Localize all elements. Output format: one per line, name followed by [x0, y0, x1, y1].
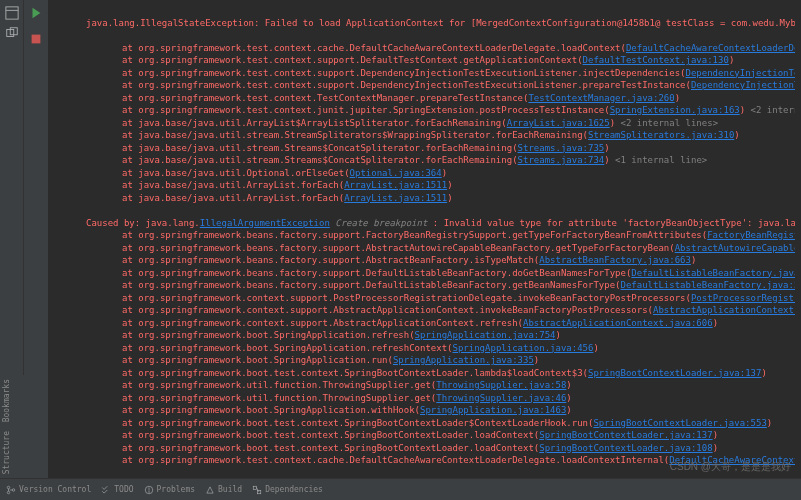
source-link[interactable]: AbstractApplicationContext.java:788 — [653, 305, 795, 315]
create-breakpoint[interactable]: Create breakpoint — [330, 218, 433, 228]
problems-icon — [144, 485, 154, 495]
todo-icon — [101, 485, 111, 495]
stack-frame: at org.springframework.boot.test.context… — [86, 429, 795, 442]
stack-frame: at java.base/java.util.ArrayList.forEach… — [86, 192, 795, 205]
source-link[interactable]: SpringApplication.java:754 — [415, 330, 556, 340]
source-link[interactable]: AbstractApplicationContext.java:606 — [523, 318, 713, 328]
source-link[interactable]: ThrowingSupplier.java:46 — [436, 393, 566, 403]
play-icon[interactable] — [29, 6, 43, 20]
source-link[interactable]: PostProcessorRegistrationDelegate.java:1… — [691, 293, 795, 303]
caused-by-line: Caused by: java.lang.IllegalArgumentExce… — [86, 218, 795, 228]
watermark: CSDN @大哥，是是是我好 — [670, 460, 791, 474]
status-bar: Version Control TODO Problems Build Depe… — [0, 478, 801, 500]
source-link[interactable]: Streams.java:734 — [518, 155, 605, 165]
source-link[interactable]: ArrayList.java:1625 — [507, 118, 610, 128]
stack-frame: at java.base/java.util.ArrayList.forEach… — [86, 179, 795, 192]
stack-frame: at org.springframework.util.function.Thr… — [86, 392, 795, 405]
tab-bookmarks[interactable]: Bookmarks — [0, 375, 13, 426]
stack-frame: at java.base/java.util.ArrayList$ArrayLi… — [86, 117, 795, 130]
source-link[interactable]: Optional.java:364 — [350, 168, 442, 178]
source-link[interactable]: AbstractBeanFactory.java:663 — [539, 255, 691, 265]
svg-rect-0 — [5, 7, 17, 19]
restore-icon[interactable] — [5, 26, 19, 40]
source-link[interactable]: AbstractAutowireCapableBeanFactory.java:… — [675, 243, 795, 253]
layout-icon[interactable] — [5, 6, 19, 20]
status-problems[interactable]: Problems — [144, 485, 196, 495]
build-icon — [205, 485, 215, 495]
status-label: Version Control — [19, 485, 91, 494]
source-link[interactable]: ArrayList.java:1511 — [344, 180, 447, 190]
git-icon — [6, 485, 16, 495]
stack-frame: at org.springframework.boot.SpringApplic… — [86, 404, 795, 417]
console-output[interactable]: java.lang.IllegalStateException: Failed … — [86, 4, 795, 469]
svg-point-5 — [7, 486, 10, 489]
source-link[interactable]: SpringBootContextLoader.java:108 — [539, 443, 712, 453]
stack-frame: at java.base/java.util.stream.Streams$Co… — [86, 154, 795, 167]
source-link[interactable]: DependencyInjectionTestExecutionListener… — [686, 68, 795, 78]
stop-icon[interactable] — [29, 32, 43, 46]
status-build[interactable]: Build — [205, 485, 242, 495]
stack-frame: at java.base/java.util.stream.StreamSpli… — [86, 129, 795, 142]
exception-header: java.lang.IllegalStateException: Failed … — [86, 18, 795, 28]
status-version-control[interactable]: Version Control — [6, 485, 91, 495]
stack-frame: at java.base/java.util.Optional.orElseGe… — [86, 167, 795, 180]
stack-frame: at org.springframework.boot.SpringApplic… — [86, 354, 795, 367]
stack-frame: at org.springframework.context.support.P… — [86, 292, 795, 305]
source-link[interactable]: SpringBootContextLoader.java:137 — [588, 368, 761, 378]
source-link[interactable]: SpringBootContextLoader.java:137 — [539, 430, 712, 440]
status-label: Dependencies — [265, 485, 323, 494]
source-link[interactable]: SpringApplication.java:1463 — [420, 405, 566, 415]
source-link[interactable]: ArrayList.java:1511 — [344, 193, 447, 203]
svg-point-10 — [148, 491, 149, 492]
stack-frame: at org.springframework.test.context.supp… — [86, 79, 795, 92]
status-label: Build — [218, 485, 242, 494]
status-label: TODO — [114, 485, 133, 494]
source-link[interactable]: DefaultListableBeanFactory.java:534 — [621, 280, 796, 290]
left-vertical-tabs: Bookmarks Structure — [0, 375, 24, 478]
source-link[interactable]: DependencyInjectionTestExecutionListener… — [691, 80, 795, 90]
stack-frame: at org.springframework.boot.test.context… — [86, 417, 795, 430]
stack-frame: at org.springframework.beans.factory.sup… — [86, 242, 795, 255]
stack-frame: at org.springframework.test.context.Test… — [86, 92, 795, 105]
stack-frame: at org.springframework.beans.factory.sup… — [86, 254, 795, 267]
source-link[interactable]: DefaultListableBeanFactory.java:575 — [631, 268, 795, 278]
exception-link[interactable]: IllegalArgumentException — [200, 218, 330, 228]
source-link[interactable]: SpringApplication.java:335 — [393, 355, 534, 365]
stack-frame: at org.springframework.boot.test.context… — [86, 367, 795, 380]
source-link[interactable]: SpringBootContextLoader.java:553 — [593, 418, 766, 428]
source-link[interactable]: StreamSpliterators.java:310 — [588, 130, 734, 140]
stack-frame: at org.springframework.boot.SpringApplic… — [86, 342, 795, 355]
svg-point-7 — [12, 488, 15, 491]
stack-frame: at org.springframework.boot.SpringApplic… — [86, 329, 795, 342]
tab-structure[interactable]: Structure — [0, 427, 13, 478]
source-link[interactable]: DefaultCacheAwareContextLoaderDelegate.j… — [626, 43, 795, 53]
stack-trace-main: at org.springframework.test.context.cach… — [86, 42, 795, 205]
stack-frame: at org.springframework.test.context.supp… — [86, 67, 795, 80]
svg-point-6 — [7, 491, 10, 494]
stack-frame: at org.springframework.test.context.supp… — [86, 54, 795, 67]
svg-rect-11 — [253, 486, 256, 489]
stack-frame: at org.springframework.beans.factory.sup… — [86, 279, 795, 292]
status-label: Problems — [157, 485, 196, 494]
stack-frame: at org.springframework.beans.factory.sup… — [86, 267, 795, 280]
source-link[interactable]: TestContextManager.java:260 — [528, 93, 674, 103]
stack-frame: at org.springframework.util.function.Thr… — [86, 379, 795, 392]
source-link[interactable]: Streams.java:735 — [518, 143, 605, 153]
stack-frame: at org.springframework.beans.factory.sup… — [86, 229, 795, 242]
stack-frame: at org.springframework.boot.test.context… — [86, 442, 795, 455]
run-toolbar — [24, 0, 48, 478]
source-link[interactable]: FactoryBeanRegistrySupport.java:86 — [707, 230, 795, 240]
stack-frame: at org.springframework.test.context.cach… — [86, 42, 795, 55]
stack-trace-caused: at org.springframework.beans.factory.sup… — [86, 229, 795, 469]
source-link[interactable]: ThrowingSupplier.java:58 — [436, 380, 566, 390]
svg-rect-4 — [32, 35, 41, 44]
status-dependencies[interactable]: Dependencies — [252, 485, 323, 495]
deps-icon — [252, 485, 262, 495]
source-link[interactable]: SpringExtension.java:163 — [610, 105, 740, 115]
source-link[interactable]: SpringApplication.java:456 — [453, 343, 594, 353]
source-link[interactable]: DefaultTestContext.java:130 — [583, 55, 729, 65]
status-todo[interactable]: TODO — [101, 485, 133, 495]
stack-frame: at org.springframework.context.support.A… — [86, 304, 795, 317]
stack-frame: at org.springframework.test.context.juni… — [86, 104, 795, 117]
stack-frame: at org.springframework.context.support.A… — [86, 317, 795, 330]
